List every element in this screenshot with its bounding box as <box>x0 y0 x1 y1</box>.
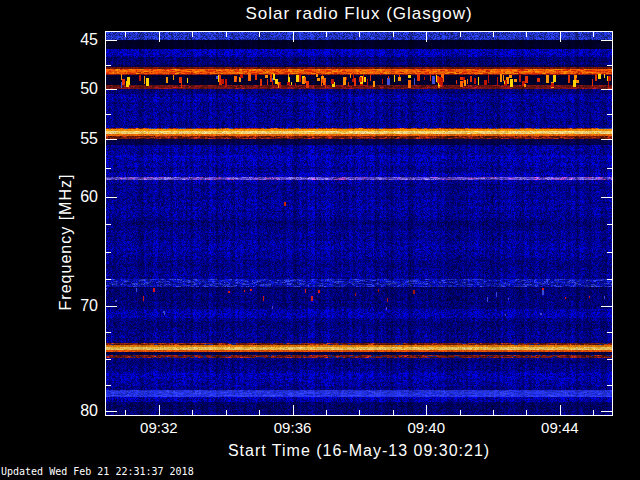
axis-tick <box>526 410 527 415</box>
axis-tick <box>460 410 461 415</box>
axis-tick <box>106 332 111 333</box>
axis-tick <box>493 32 494 37</box>
axis-tick <box>259 32 260 37</box>
axis-tick <box>359 32 360 37</box>
y-tick-label-70: 70 <box>54 298 98 314</box>
y-tick-label-45: 45 <box>54 32 98 48</box>
axis-tick <box>607 224 612 225</box>
y-tick-label-80: 80 <box>54 403 98 419</box>
x-tick-label-0944: 09:44 <box>525 420 595 436</box>
axis-tick <box>601 40 612 41</box>
axis-tick <box>106 139 117 140</box>
axis-tick <box>601 411 612 412</box>
chart-title: Solar radio Flux (Glasgow) <box>105 4 613 24</box>
x-axis-title: Start Time (16-May-13 09:30:21) <box>105 442 613 460</box>
axis-tick <box>607 114 612 115</box>
spectrogram-screen: Solar radio Flux (Glasgow) Frequency [MH… <box>0 0 640 480</box>
axis-tick <box>106 197 117 198</box>
axis-tick <box>607 168 612 169</box>
axis-tick <box>106 114 111 115</box>
axis-tick <box>593 32 594 37</box>
axis-tick <box>607 65 612 66</box>
axis-tick <box>106 224 111 225</box>
axis-tick <box>106 65 111 66</box>
axis-tick <box>106 168 111 169</box>
axis-tick <box>106 411 117 412</box>
axis-tick <box>326 410 327 415</box>
axis-tick <box>560 32 561 42</box>
axis-tick <box>226 32 227 37</box>
axis-tick <box>106 306 117 307</box>
axis-tick <box>607 332 612 333</box>
spectrogram-canvas <box>106 32 612 415</box>
axis-tick <box>593 410 594 415</box>
x-tick-label-0932: 09:32 <box>124 420 194 436</box>
axis-tick <box>493 410 494 415</box>
axis-tick <box>125 32 126 37</box>
axis-tick <box>607 385 612 386</box>
axis-tick <box>560 405 561 415</box>
axis-tick <box>607 279 612 280</box>
axis-tick <box>192 410 193 415</box>
update-timestamp: Updated Wed Feb 21 22:31:37 2018 <box>1 466 194 478</box>
axis-tick <box>192 32 193 37</box>
axis-tick <box>106 279 111 280</box>
y-tick-label-60: 60 <box>54 189 98 205</box>
axis-tick <box>607 252 612 253</box>
plot-area <box>105 31 613 416</box>
axis-tick <box>106 359 111 360</box>
axis-tick <box>226 410 227 415</box>
axis-tick <box>106 252 111 253</box>
axis-tick <box>426 405 427 415</box>
axis-tick <box>607 359 612 360</box>
axis-tick <box>601 139 612 140</box>
axis-tick <box>326 32 327 37</box>
axis-tick <box>601 197 612 198</box>
axis-tick <box>393 410 394 415</box>
axis-tick <box>293 405 294 415</box>
y-tick-label-55: 55 <box>54 131 98 147</box>
axis-tick <box>460 32 461 37</box>
axis-tick <box>601 89 612 90</box>
axis-tick <box>426 32 427 42</box>
x-tick-label-0940: 09:40 <box>391 420 461 436</box>
axis-tick <box>359 410 360 415</box>
axis-tick <box>259 410 260 415</box>
axis-tick <box>393 32 394 37</box>
axis-tick <box>159 405 160 415</box>
axis-tick <box>601 306 612 307</box>
axis-tick <box>159 32 160 42</box>
y-tick-label-50: 50 <box>54 81 98 97</box>
axis-tick <box>526 32 527 37</box>
x-tick-label-0936: 09:36 <box>258 420 328 436</box>
axis-tick <box>106 89 117 90</box>
axis-tick <box>106 385 111 386</box>
axis-tick <box>125 410 126 415</box>
axis-tick <box>293 32 294 42</box>
axis-tick <box>106 40 117 41</box>
